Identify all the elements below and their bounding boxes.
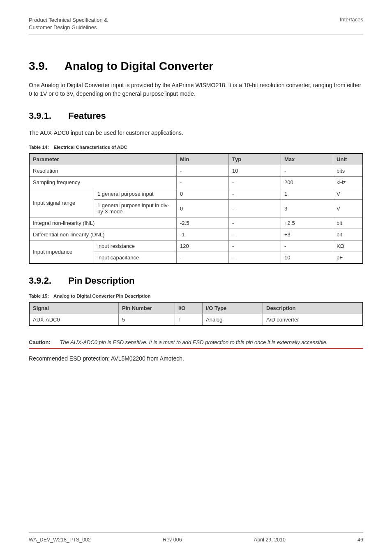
table-row: Differential non-linearity (DNL) -1 - +3… <box>29 229 363 240</box>
cell-typ: - <box>229 177 281 188</box>
cell-io: I <box>175 314 203 326</box>
cell-max: - <box>281 240 333 252</box>
cell-iotype: Analog <box>203 314 263 326</box>
table-row: Parameter Min Typ Max Unit <box>29 153 363 165</box>
cell-typ: - <box>229 200 281 217</box>
subsection-392-title: 3.9.2. Pin Description <box>29 275 363 286</box>
footer-center: Rev 006 <box>163 537 182 543</box>
header-line2: Customer Design Guidelines <box>29 24 108 31</box>
subsection-392-name: Pin Description <box>68 275 134 286</box>
th-unit: Unit <box>333 153 363 165</box>
cell-unit: kHz <box>333 177 363 188</box>
table-row: AUX-ADC0 5 I Analog A/D converter <box>29 314 363 326</box>
th-io: I/O <box>175 302 203 314</box>
cell-max: 200 <box>281 177 333 188</box>
cell-param: Sampling frequency <box>29 177 177 188</box>
cell-unit: V <box>333 188 363 200</box>
section-title: 3.9. Analog to Digital Converter <box>29 60 363 73</box>
cell-sub: 1 general purpose input <box>94 188 177 200</box>
caution-text: The AUX-ADC0 pin is ESD sensitive. It is… <box>60 339 362 345</box>
subsection-391-number: 3.9.1. <box>29 111 66 121</box>
footer-page: 46 <box>357 537 363 543</box>
cell-max: 10 <box>281 252 333 264</box>
cell-max: +3 <box>281 229 333 240</box>
cell-max: +2.5 <box>281 217 333 229</box>
cell-unit: V <box>333 200 363 217</box>
cell-param: Differential non-linearity (DNL) <box>29 229 177 240</box>
page-header: Product Technical Specification & Custom… <box>29 16 363 35</box>
cell-max: 3 <box>281 200 333 217</box>
th-pin: Pin Number <box>119 302 175 314</box>
cell-desc: A/D converter <box>263 314 363 326</box>
cell-typ: 10 <box>229 165 281 177</box>
th-min: Min <box>177 153 229 165</box>
table-row: Signal Pin Number I/O I/O Type Descripti… <box>29 302 363 314</box>
cell-max: 1 <box>281 188 333 200</box>
cell-min: - <box>177 252 229 264</box>
cell-typ: - <box>229 240 281 252</box>
caution-block: Caution: The AUX-ADC0 pin is ESD sensiti… <box>29 338 363 349</box>
section-number: 3.9. <box>29 60 62 73</box>
th-desc: Description <box>263 302 363 314</box>
cell-min: -2.5 <box>177 217 229 229</box>
th-iotype: I/O Type <box>203 302 263 314</box>
header-right: Interfaces <box>340 16 363 23</box>
cell-typ: - <box>229 229 281 240</box>
th-signal: Signal <box>29 302 119 314</box>
cell-min: - <box>177 165 229 177</box>
section-paragraph: One Analog to Digital Converter input is… <box>29 81 363 98</box>
footer-right: April 29, 2010 <box>254 537 286 543</box>
cell-unit: KΩ <box>333 240 363 252</box>
cell-unit: pF <box>333 252 363 264</box>
cell-min: 0 <box>177 200 229 217</box>
table-row: Sampling frequency - - 200 kHz <box>29 177 363 188</box>
table-row: Integral non-linearity (INL) -2.5 - +2.5… <box>29 217 363 229</box>
cell-typ: - <box>229 188 281 200</box>
subsection-392-number: 3.9.2. <box>29 275 66 286</box>
cell-typ: - <box>229 217 281 229</box>
cell-signal: AUX-ADC0 <box>29 314 119 326</box>
th-typ: Typ <box>229 153 281 165</box>
table14: Parameter Min Typ Max Unit Resolution - … <box>29 153 363 264</box>
header-line1: Product Technical Specification & <box>29 16 108 24</box>
cell-max: - <box>281 165 333 177</box>
table-row: Input signal range 1 general purpose inp… <box>29 188 363 200</box>
header-left: Product Technical Specification & Custom… <box>29 16 108 31</box>
cell-min: 0 <box>177 188 229 200</box>
page-footer: WA_DEV_W218_PTS_002 Rev 006 April 29, 20… <box>29 532 363 543</box>
post-caution-paragraph: Recommended ESD protection: AVL5M02200 f… <box>29 354 363 363</box>
cell-param: Integral non-linearity (INL) <box>29 217 177 229</box>
cell-typ: - <box>229 252 281 264</box>
cell-min: 120 <box>177 240 229 252</box>
cell-unit: bit <box>333 229 363 240</box>
footer-left: WA_DEV_W218_PTS_002 <box>29 537 91 543</box>
th-max: Max <box>281 153 333 165</box>
cell-unit: bits <box>333 165 363 177</box>
cell-param-group: Input signal range <box>29 188 94 217</box>
cell-sub: input resistance <box>94 240 177 252</box>
th-parameter: Parameter <box>29 153 177 165</box>
caution-label: Caution: <box>29 339 58 345</box>
cell-min: -1 <box>177 229 229 240</box>
cell-param-group: Input impedance <box>29 240 94 264</box>
section-name: Analog to Digital Converter <box>65 60 213 72</box>
cell-min: - <box>177 177 229 188</box>
table15: Signal Pin Number I/O I/O Type Descripti… <box>29 302 363 326</box>
sub391-intro: The AUX-ADC0 input can be used for custo… <box>29 129 363 137</box>
subsection-391-title: 3.9.1. Features <box>29 111 363 121</box>
table-row: Resolution - 10 - bits <box>29 165 363 177</box>
table15-caption: Table 15: Analog to Digital Converter Pi… <box>29 294 363 298</box>
cell-unit: bit <box>333 217 363 229</box>
table-row: Input impedance input resistance 120 - -… <box>29 240 363 252</box>
table14-caption: Table 14: Electrical Characteristics of … <box>29 145 363 150</box>
cell-sub: 1 general purpose input in div-by-3 mode <box>94 200 177 217</box>
page: Product Technical Specification & Custom… <box>0 0 392 555</box>
cell-pin: 5 <box>119 314 175 326</box>
cell-param: Resolution <box>29 165 177 177</box>
cell-sub: input capacitance <box>94 252 177 264</box>
subsection-391-name: Features <box>68 111 106 121</box>
